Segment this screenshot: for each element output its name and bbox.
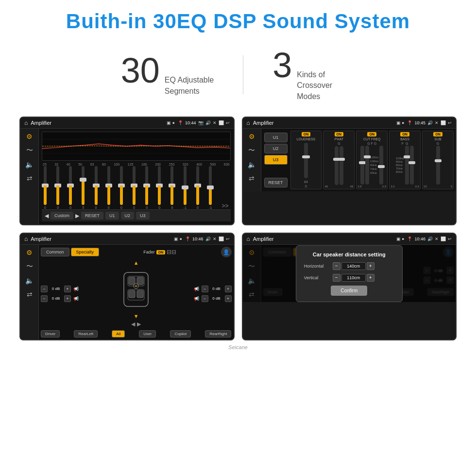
back-icon[interactable]: ↩ — [226, 120, 230, 125]
horizontal-minus[interactable]: − — [333, 262, 340, 270]
watermark: Seicane — [19, 344, 457, 350]
volume-side-icon-2[interactable]: 🔈 — [248, 161, 256, 169]
phat-slider1[interactable] — [335, 146, 339, 185]
eq-icon-3[interactable]: ⚙ — [26, 249, 33, 256]
vol-lb-value: 0 dB — [49, 296, 63, 301]
phat-on[interactable]: ON — [335, 132, 344, 136]
fader-slider-icon[interactable]: ⊟⊟ — [167, 249, 176, 255]
specialty-mode-btns: Common Specialty — [41, 248, 99, 256]
confirm-button[interactable]: Confirm — [331, 286, 367, 296]
minus-btn-lb[interactable]: − — [41, 295, 48, 302]
down-arrow[interactable]: ▼ — [134, 313, 139, 319]
plus-btn-rb[interactable]: + — [225, 295, 232, 302]
arrows-icon-3[interactable]: ⇄ — [27, 290, 33, 298]
loudness-slider[interactable] — [304, 143, 308, 178]
dialog-overlay: Car speaker distance setting Horizontal … — [243, 245, 456, 302]
vertical-plus[interactable]: + — [367, 274, 374, 282]
up-arrow[interactable]: ▲ — [134, 260, 139, 266]
screen4-header: ⌂ Amplifier ▣ ● 📍 10:46 🔊 ✕ ⬜ ↩ — [243, 234, 456, 245]
bass-slider2[interactable] — [410, 146, 414, 185]
u1-btn[interactable]: U1 — [105, 212, 119, 220]
next-icon[interactable]: ▶ — [75, 213, 79, 219]
arrows-icon[interactable]: ⇄ — [27, 174, 33, 182]
user-btn[interactable]: User — [139, 330, 156, 338]
rearleft-btn[interactable]: RearLeft — [74, 330, 98, 338]
u2-btn[interactable]: U2 — [121, 212, 135, 220]
wave-icon[interactable]: 〜 — [26, 146, 33, 155]
sub-on[interactable]: ON — [433, 132, 442, 136]
eq-slider-9: 0 — [145, 166, 148, 209]
home-icon[interactable]: ⌂ — [24, 119, 28, 126]
driver-btn[interactable]: Driver — [41, 330, 60, 338]
all-btn[interactable]: All — [112, 330, 125, 338]
reset-btn-2[interactable]: RESET — [264, 178, 288, 187]
wave-icon-2[interactable]: 〜 — [248, 146, 255, 155]
cutfreq-v2: 0.5 — [382, 185, 386, 188]
profile-icon[interactable]: 👤 — [221, 247, 232, 257]
volume-side-icon-3[interactable]: 🔈 — [25, 277, 34, 285]
expand-icon[interactable]: >> — [221, 203, 228, 209]
home-icon-4[interactable]: ⌂ — [247, 236, 250, 242]
copilot-btn[interactable]: Copilot — [170, 330, 191, 338]
screen1-body: ⚙ 〜 🔈 ⇄ — [20, 129, 234, 224]
minus-btn-lt[interactable]: − — [41, 286, 48, 292]
wave-icon-3[interactable]: 〜 — [26, 262, 33, 271]
u3-preset[interactable]: U3 — [264, 155, 288, 165]
volume-side-icon[interactable]: 🔈 — [25, 161, 34, 169]
common-btn[interactable]: Common — [41, 248, 69, 256]
close-icon-3[interactable]: ✕ — [213, 236, 217, 241]
plus-btn-lb[interactable]: + — [64, 295, 71, 302]
u3-btn[interactable]: U3 — [136, 212, 150, 220]
back-icon-2[interactable]: ↩ — [448, 120, 452, 125]
screen4-body: ⚙ 〜 🔈 ⇄ Common Specialty ON ⊟⊟ — [243, 245, 456, 302]
plus-btn-rt[interactable]: + — [225, 286, 232, 292]
freq-200: 200 — [155, 163, 161, 166]
horizontal-plus[interactable]: + — [367, 262, 374, 270]
page-container: Buith-in 30EQ DSP Sound System 30 EQ Adj… — [0, 0, 476, 365]
back-icon-4[interactable]: ↩ — [448, 236, 452, 241]
close-icon-2[interactable]: ✕ — [435, 120, 439, 125]
plus-btn-lt[interactable]: + — [64, 286, 71, 292]
cutfreq-strip: ON CUT FREQ G F G — [356, 131, 388, 189]
left-arrow[interactable]: ◀ — [131, 321, 135, 327]
home-icon-3[interactable]: ⌂ — [24, 236, 28, 242]
u1-preset[interactable]: U1 — [264, 133, 288, 142]
cutfreq-on[interactable]: ON — [367, 132, 376, 136]
vol-rt-value: 0 dB — [210, 287, 223, 291]
cutfreq-slider2[interactable] — [365, 146, 369, 185]
loudness-on[interactable]: ON — [302, 132, 311, 136]
close-icon-4[interactable]: ✕ — [435, 236, 439, 241]
horizontal-value-box: − 140cm + — [333, 262, 374, 270]
minus-btn-rb[interactable]: − — [202, 295, 208, 302]
phat-slider2[interactable] — [340, 146, 343, 185]
cutfreq-slider3[interactable] — [379, 146, 383, 185]
prev-icon[interactable]: ◀ — [45, 213, 49, 219]
bass-on[interactable]: ON — [400, 132, 409, 136]
cutfreq-slider1[interactable] — [360, 146, 364, 185]
sub-slider1[interactable] — [436, 146, 440, 185]
eq-slider-next: >> — [221, 203, 228, 209]
eq-icon[interactable]: ⚙ — [26, 133, 33, 140]
custom-preset[interactable]: Custom — [51, 212, 73, 220]
eq-slider-14: -1 — [209, 166, 212, 209]
specialty-btn[interactable]: Specialty — [71, 248, 100, 256]
reset-btn[interactable]: RESET — [81, 212, 103, 220]
rearright-btn[interactable]: RearRight — [205, 330, 231, 338]
close-icon[interactable]: ✕ — [213, 120, 217, 125]
screen1-container: ⌂ Amplifier ▣ ● 📍 10:44 📷 🔊 ✕ ⬜ ↩ ⚙ 〜 🔈 — [19, 117, 235, 225]
right-arrow[interactable]: ▶ — [137, 321, 141, 327]
arrows-icon-2[interactable]: ⇄ — [249, 174, 255, 182]
u2-preset[interactable]: U2 — [264, 144, 288, 153]
eq-slider-11: 0 — [170, 166, 173, 209]
bass-slider1[interactable] — [405, 146, 409, 185]
home-icon-2[interactable]: ⌂ — [247, 119, 250, 126]
minus-btn-rt[interactable]: − — [202, 286, 208, 292]
freq-63: 63 — [90, 163, 94, 166]
eq-icon-2[interactable]: ⚙ — [249, 133, 255, 140]
back-icon-3[interactable]: ↩ — [226, 236, 230, 241]
vertical-minus[interactable]: − — [333, 274, 340, 282]
freq-50: 50 — [78, 163, 82, 166]
freq-400: 400 — [196, 163, 202, 166]
location-icon-3: 📍 — [185, 236, 190, 241]
screen1-icon2: ▣ ● — [167, 120, 175, 125]
